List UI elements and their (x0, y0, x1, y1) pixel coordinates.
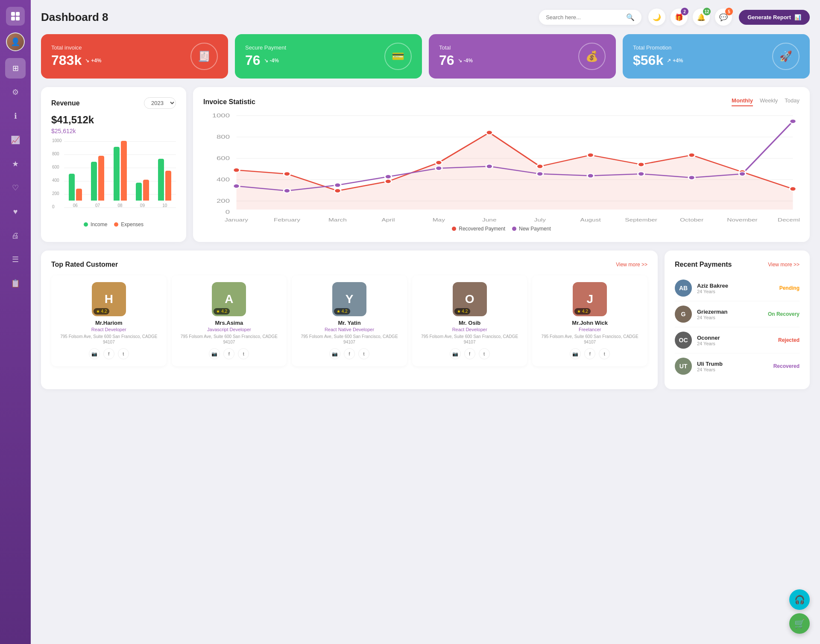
instagram-icon[interactable]: 📷 (329, 348, 340, 359)
tab-monthly[interactable]: Monthly (732, 97, 753, 106)
svg-point-18 (385, 179, 392, 184)
svg-point-21 (536, 164, 543, 169)
generate-report-button[interactable]: Generate Report 📊 (739, 10, 810, 25)
svg-point-28 (284, 189, 290, 193)
settings-icon: ⚙ (12, 87, 19, 97)
stat-card-invoice: Total invoice 783k ↘ +4% 🧾 (41, 34, 228, 79)
payment-avatar: OC (675, 332, 692, 349)
invoice-icon: 🧾 (190, 43, 218, 70)
theme-toggle-button[interactable]: 🌙 (648, 9, 665, 26)
facebook-icon[interactable]: f (584, 348, 595, 359)
bar-group: 09 (135, 180, 150, 208)
svg-point-23 (638, 162, 644, 166)
sidebar-item-dashboard[interactable]: ⊞ (5, 58, 26, 79)
instagram-icon[interactable]: 📷 (89, 348, 100, 359)
income-bar (136, 183, 142, 201)
sidebar-item-menu[interactable]: ☰ (5, 249, 26, 270)
twitter-icon[interactable]: t (358, 348, 369, 359)
secure-payment-value: 76 ↘ -4% (245, 52, 384, 68)
payment-item: G Griezerman 24 Years On Recovery (675, 301, 800, 327)
sidebar-item-favorites[interactable]: ★ (5, 154, 26, 174)
sidebar-item-loved[interactable]: ♥ (5, 201, 26, 222)
trend-up-icon: ↗ (667, 58, 671, 64)
customer-address: 795 Folsom Ave, Suite 600 San Francisco,… (297, 334, 402, 345)
customer-name: Mr. Yatin (297, 320, 402, 326)
svg-point-36 (688, 175, 695, 180)
twitter-icon[interactable]: t (599, 348, 610, 359)
heart-outline-icon: ♡ (12, 183, 19, 192)
svg-text:200: 200 (217, 198, 230, 204)
secure-payment-label: Secure Payment (245, 44, 384, 51)
total-label: Total (439, 44, 578, 51)
sidebar-item-liked[interactable]: ♡ (5, 178, 26, 198)
tab-weekly[interactable]: Weekly (760, 97, 778, 106)
user-avatar[interactable]: 👤 (6, 32, 25, 51)
twitter-icon[interactable]: t (238, 348, 249, 359)
twitter-icon[interactable]: t (118, 348, 129, 359)
sidebar-item-reports[interactable]: 📋 (5, 273, 26, 294)
payment-status: Rejected (778, 337, 800, 343)
support-fab[interactable]: 🎧 (789, 589, 810, 610)
avatar-rating: ★ 4.2 (454, 308, 471, 315)
customer-social: 📷 f t (297, 348, 402, 359)
page-title: Dashboard 8 (41, 11, 532, 24)
customer-social: 📷 f t (417, 348, 522, 359)
instagram-icon[interactable]: 📷 (570, 348, 581, 359)
svg-text:July: July (534, 218, 546, 222)
svg-point-16 (284, 172, 290, 176)
facebook-icon[interactable]: f (103, 348, 114, 359)
notifications-button[interactable]: 🔔 12 (693, 9, 710, 26)
year-select[interactable]: 202320222021 (144, 97, 176, 109)
cart-fab[interactable]: 🛒 (789, 613, 810, 634)
avatar-rating: ★ 4.2 (574, 308, 591, 315)
revenue-bar-chart: 1000 800 600 400 200 0 0607080910 (51, 141, 176, 218)
instagram-icon[interactable]: 📷 (450, 348, 461, 359)
tab-today[interactable]: Today (785, 97, 800, 106)
sidebar-item-info[interactable]: ℹ (5, 106, 26, 126)
printer-icon: 🖨 (12, 231, 19, 240)
svg-rect-2 (11, 17, 15, 20)
bar-group: 07 (90, 156, 105, 208)
search-bar[interactable]: 🔍 (539, 10, 641, 25)
promotion-value: $56k ↗ +4% (633, 52, 772, 68)
customer-avatar: H ★ 4.2 (92, 282, 126, 316)
sidebar-item-settings[interactable]: ⚙ (5, 82, 26, 102)
facebook-icon[interactable]: f (223, 348, 234, 359)
svg-point-31 (436, 166, 442, 170)
sidebar-item-print[interactable]: 🖨 (5, 225, 26, 246)
search-input[interactable] (546, 14, 623, 20)
svg-point-15 (233, 168, 240, 172)
svg-point-38 (790, 119, 797, 123)
total-trend: ↘ -4% (458, 58, 473, 64)
instagram-icon[interactable]: 📷 (209, 348, 220, 359)
info-icon: ℹ (14, 111, 17, 121)
revenue-legend: Income Expenses (51, 221, 176, 227)
customers-grid: H ★ 4.2 Mr.Hariom React Developer 795 Fo… (51, 275, 647, 366)
customer-address: 795 Folsom Ave, Suite 600 San Francisco,… (417, 334, 522, 345)
gift-button[interactable]: 🎁 2 (671, 9, 688, 26)
income-bar (91, 162, 97, 201)
expenses-bar (121, 141, 127, 201)
facebook-icon[interactable]: f (344, 348, 355, 359)
twitter-icon[interactable]: t (479, 348, 490, 359)
fab-group: 🎧 🛒 (789, 589, 810, 634)
customer-name: Mr.John Wick (537, 320, 642, 326)
payment-avatar: AB (675, 280, 692, 297)
payments-header: Recent Payments View more >> (675, 261, 800, 268)
sidebar-logo[interactable] (6, 7, 25, 26)
headset-icon: 🎧 (794, 594, 805, 605)
payments-view-more[interactable]: View more >> (768, 262, 800, 268)
payment-name: Griezerman (697, 309, 763, 315)
facebook-icon[interactable]: f (464, 348, 475, 359)
bar-x-label: 09 (140, 203, 145, 208)
sidebar-item-analytics[interactable]: 📈 (5, 130, 26, 150)
customers-header: Top Rated Customer View more >> (51, 261, 647, 268)
messages-button[interactable]: 💬 5 (715, 9, 732, 26)
header: Dashboard 8 🔍 🌙 🎁 2 🔔 12 💬 5 Generate R (41, 9, 810, 26)
customers-view-more[interactable]: View more >> (616, 262, 647, 268)
bar-x-label: 08 (117, 203, 122, 208)
customer-role: React Native Developer (297, 327, 402, 332)
svg-point-37 (739, 172, 746, 176)
payment-item: OC Oconner 24 Years Rejected (675, 327, 800, 353)
payment-item: AB Aziz Bakree 24 Years Pending (675, 275, 800, 301)
